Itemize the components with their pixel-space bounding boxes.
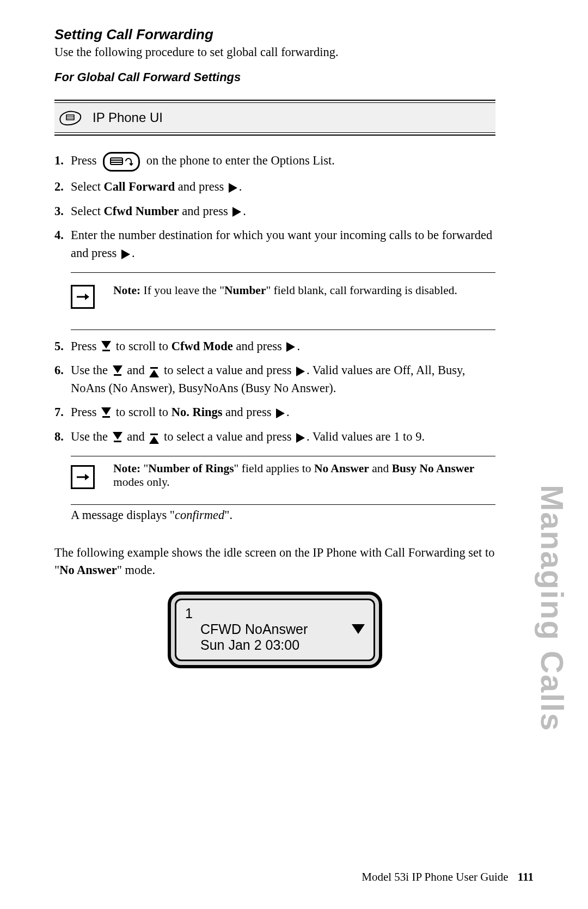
phone-screen-inner: 1 CFWD NoAnswer Sun Jan 2 03:00: [175, 599, 375, 661]
step-text: and press: [179, 204, 231, 218]
step-text: to select a value and press: [161, 363, 295, 377]
screen-line-2: CFWD NoAnswer: [185, 621, 365, 637]
screen-line-1: 1: [185, 606, 365, 621]
note-text: Note: If you leave the "Number" field bl…: [113, 284, 495, 297]
step-text: Use the: [71, 430, 111, 443]
step-6: 6. Use the and to select a value and pre…: [54, 362, 495, 397]
step-1: 1. Press on the phone to enter the Optio…: [54, 152, 495, 172]
options-key-icon: [103, 152, 140, 172]
step-text: Press: [71, 339, 100, 353]
page-number: 111: [518, 870, 534, 883]
step-4: 4. Enter the number destination for whic…: [54, 227, 495, 262]
page-content: Setting Call Forwarding Use the followin…: [54, 26, 495, 668]
step-3: 3. Select Cfwd Number and press .: [54, 203, 495, 221]
ui-band: IP Phone UI: [54, 103, 495, 132]
step-text: and: [124, 430, 148, 443]
step-2: 2. Select Call Forward and press .: [54, 178, 495, 196]
step-5: 5. Press to scroll to Cfwd Mode and pres…: [54, 338, 495, 356]
down-arrow-icon: [101, 341, 111, 353]
right-arrow-icon: [296, 367, 305, 376]
phone-screen: 1 CFWD NoAnswer Sun Jan 2 03:00: [168, 591, 382, 668]
step-text: .: [297, 339, 300, 353]
svg-marker-8: [85, 294, 89, 300]
right-arrow-icon: [296, 433, 305, 443]
step-text: on the phone to enter the Options List.: [146, 154, 335, 167]
ui-band-label: IP Phone UI: [93, 110, 163, 125]
step-text: .: [239, 180, 242, 193]
step-text: to scroll to: [113, 339, 171, 353]
note-block: Note: "Number of Rings" field applies to…: [54, 456, 495, 495]
phone-sketch-icon: [58, 108, 83, 127]
screen-text: CFWD NoAnswer: [185, 621, 308, 637]
down-arrow-icon: [101, 407, 111, 419]
svg-rect-3: [111, 158, 122, 164]
up-arrow-icon: [149, 432, 159, 444]
step-text: and press: [233, 339, 285, 353]
note-arrow-icon: [71, 465, 95, 489]
step-bold: No. Rings: [171, 405, 223, 419]
steps-list: 1. Press on the phone to enter the Optio…: [54, 152, 495, 263]
step-text: to scroll to: [113, 405, 171, 419]
step-text: to select a value and press: [161, 430, 295, 443]
step-text: . Valid values are 1 to 9.: [307, 430, 425, 443]
footer-doc-title: Model 53i IP Phone User Guide: [362, 870, 508, 883]
step-bold: Call Forward: [104, 180, 175, 193]
svg-rect-0: [66, 115, 74, 120]
right-arrow-icon: [121, 249, 130, 259]
down-arrow-icon: [113, 432, 122, 444]
step-text: Use the: [71, 363, 111, 377]
step-text: and press: [222, 405, 274, 419]
step-8: 8. Use the and to select a value and pre…: [54, 428, 495, 446]
step-text: .: [286, 405, 290, 419]
steps-list: 5. Press to scroll to Cfwd Mode and pres…: [54, 338, 495, 446]
sub-heading: For Global Call Forward Settings: [54, 70, 495, 84]
down-arrow-icon: [352, 624, 365, 634]
rule: [71, 330, 495, 330]
right-arrow-icon: [229, 183, 237, 193]
intro-text: Use the following procedure to set globa…: [54, 45, 495, 59]
note-arrow-icon: [71, 285, 95, 309]
section-heading: Setting Call Forwarding: [54, 26, 495, 43]
screen-line-3: Sun Jan 2 03:00: [185, 637, 365, 653]
step-bold: Cfwd Number: [104, 204, 179, 218]
svg-marker-10: [85, 474, 89, 480]
step-text: Press: [71, 154, 100, 167]
step-text: .: [132, 246, 135, 260]
section-tab: Managing Calls: [534, 485, 571, 731]
step-text: Select: [71, 180, 104, 193]
step-text: Press: [71, 405, 100, 419]
confirm-text: A message displays "confirmed".: [71, 508, 495, 522]
step-text: .: [243, 204, 246, 218]
step-text: and: [124, 363, 148, 377]
rule: [54, 135, 495, 136]
note-text: Note: "Number of Rings" field applies to…: [113, 462, 495, 489]
right-arrow-icon: [286, 342, 295, 352]
right-arrow-icon: [276, 408, 285, 418]
down-arrow-icon: [113, 365, 122, 377]
example-text: The following example shows the idle scr…: [54, 544, 495, 579]
footer: Model 53i IP Phone User Guide 111: [362, 870, 534, 884]
step-bold: Cfwd Mode: [171, 339, 233, 353]
up-arrow-icon: [149, 365, 159, 377]
step-7: 7. Press to scroll to No. Rings and pres…: [54, 404, 495, 422]
right-arrow-icon: [232, 207, 241, 217]
step-text: Select: [71, 204, 104, 218]
rule: [71, 504, 495, 505]
step-text: and press: [175, 180, 227, 193]
note-block: Note: If you leave the "Number" field bl…: [54, 273, 495, 320]
